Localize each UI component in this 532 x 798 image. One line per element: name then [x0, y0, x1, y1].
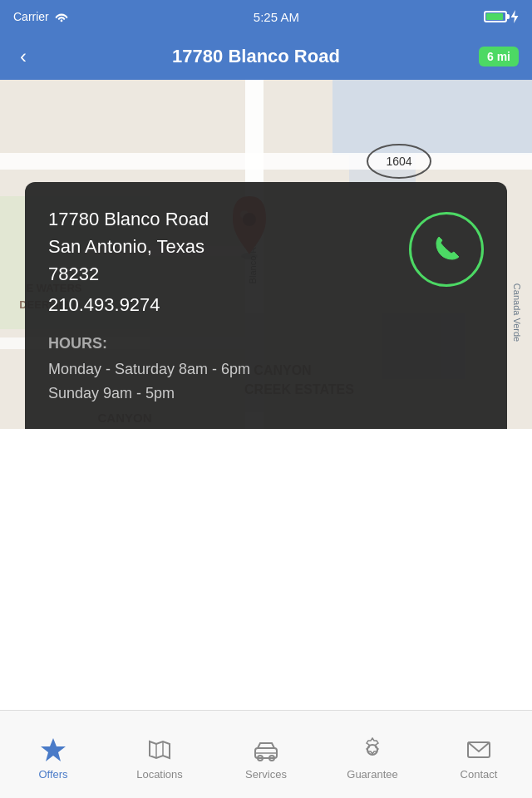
offers-label: Offers [38, 768, 67, 781]
wifi-icon [54, 11, 69, 22]
hours-label: HOURS: [48, 335, 484, 352]
address-line-1: 17780 Blanco Road [48, 205, 396, 233]
guarantee-icon [359, 736, 386, 763]
locations-label: Locations [136, 768, 183, 781]
status-left: Carrier [13, 10, 69, 23]
address-line-3: 78232 [48, 260, 396, 288]
map-area[interactable]: 1604 Blanco Rd E WATERS DEERFIELD CANYON… [0, 80, 532, 429]
page-title: 17780 Blanco Road [43, 46, 469, 67]
contact-icon [466, 736, 492, 763]
svg-marker-25 [41, 738, 66, 761]
hours-line-1: Monday - Saturday 8am - 6pm [48, 357, 484, 382]
back-button[interactable]: ‹ [13, 43, 33, 70]
nav-item-offers[interactable]: Offers [0, 728, 106, 781]
contact-label: Contact [461, 768, 498, 781]
info-panel: 17780 Blanco Road San Antonio, Texas 782… [25, 182, 507, 429]
bottom-nav: Offers Locations Services [0, 710, 532, 798]
battery-icon [484, 11, 507, 22]
hours-section: HOURS: Monday - Saturday 8am - 6pm Sunda… [48, 335, 484, 406]
charging-icon [510, 10, 519, 23]
info-top: 17780 Blanco Road San Antonio, Texas 782… [48, 205, 484, 318]
phone-number: 210.493.9274 [48, 291, 396, 318]
services-label: Services [245, 768, 287, 781]
guarantee-label: Guarantee [347, 768, 397, 781]
nav-item-services[interactable]: Services [213, 728, 319, 781]
svg-rect-2 [332, 80, 532, 155]
nav-item-contact[interactable]: Contact [426, 728, 532, 781]
services-icon [253, 736, 279, 763]
carrier-label: Carrier [13, 10, 49, 23]
hours-line-2: Sunday 9am - 5pm [48, 382, 484, 406]
svg-text:1604: 1604 [386, 155, 411, 168]
phone-icon [428, 231, 465, 268]
status-bar: Carrier 5:25 AM [0, 0, 532, 33]
address-line-2: San Antonio, Texas [48, 233, 396, 260]
svg-rect-6 [0, 153, 532, 170]
nav-item-locations[interactable]: Locations [106, 728, 213, 781]
call-button[interactable] [409, 212, 484, 287]
app-header: ‹ 17780 Blanco Road 6 mi [0, 33, 532, 80]
status-time: 5:25 AM [254, 10, 299, 24]
nav-item-guarantee[interactable]: Guarantee [319, 728, 426, 781]
status-right [484, 10, 519, 23]
svg-text:Canada Verde: Canada Verde [512, 283, 522, 342]
locations-icon [146, 736, 173, 763]
address-block: 17780 Blanco Road San Antonio, Texas 782… [48, 205, 396, 318]
offers-icon [40, 736, 66, 763]
distance-badge: 6 mi [479, 47, 519, 66]
svg-marker-0 [511, 10, 519, 23]
